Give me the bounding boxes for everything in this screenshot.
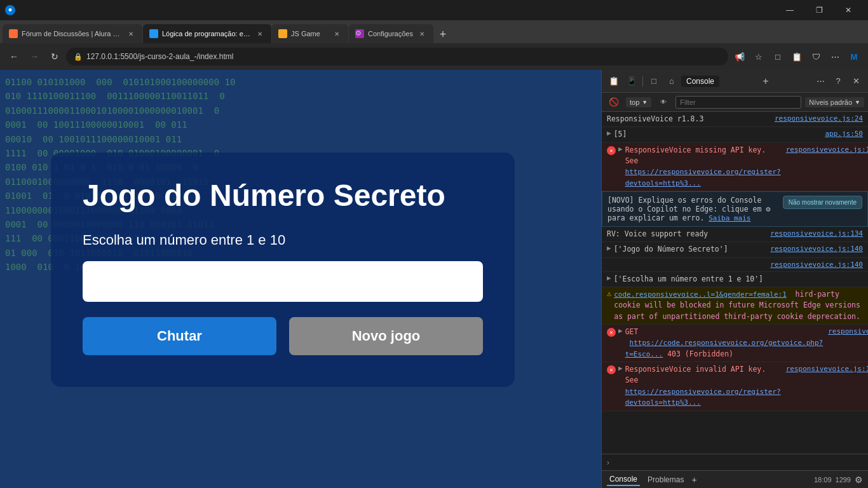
- get-error-link[interactable]: responsivevoice.js:153: [823, 327, 868, 336]
- tab-favicon-forum: [9, 29, 18, 38]
- jogo-link[interactable]: responsivevoice.js:140: [765, 244, 863, 253]
- copilot-saiba-mais-link[interactable]: Saiba mais: [709, 214, 750, 222]
- read-aloud-icon[interactable]: 📢: [731, 48, 749, 65]
- problems-bottom-tab[interactable]: Problemas: [645, 474, 686, 485]
- main-layout: 01100 010101000 000 010101000100000000 1…: [0, 70, 868, 488]
- rv-version-link[interactable]: responsivevoice.js:24: [770, 114, 863, 123]
- tab-close-jsgame[interactable]: ✕: [332, 29, 342, 39]
- expand-icon-missing-apikey[interactable]: ▶: [618, 145, 623, 153]
- error-icon-invalid: ✕: [607, 365, 616, 374]
- error-icon-get: ✕: [607, 328, 616, 337]
- nav-icons-right: 📢 ☆ □ 📋 🛡 ⋯ M: [731, 48, 863, 65]
- refresh-button[interactable]: ↻: [46, 48, 64, 65]
- edge-copilot-icon[interactable]: M: [845, 48, 863, 65]
- minimize-btn[interactable]: —: [775, 0, 804, 20]
- rv-version-text: ResponsiveVoice r1.8.3: [607, 114, 770, 125]
- voice-ready-link[interactable]: responsivevoice.js:134: [765, 229, 863, 238]
- copilot-text: [NOVO] Explique os erros do Console usan…: [607, 196, 778, 222]
- level-select[interactable]: Níveis padrão ▼: [805, 97, 864, 107]
- inspect-element-icon[interactable]: 📋: [606, 73, 622, 90]
- address-bar[interactable]: 🔒 127.0.0.1:5500/js-curso-2-aula_-/index…: [66, 48, 728, 65]
- back-button[interactable]: ←: [5, 48, 23, 65]
- favorites-icon[interactable]: ☆: [750, 48, 768, 65]
- console-prompt: ›: [607, 458, 609, 467]
- console-bottom-tab[interactable]: Console: [607, 473, 640, 486]
- collections-icon[interactable]: 📋: [788, 48, 806, 65]
- devtools-close-icon[interactable]: ✕: [848, 73, 864, 90]
- cookie-link[interactable]: code.responsivevoice..l=1&gender=female:…: [614, 290, 787, 299]
- tabs-bar: Fórum de Discussões | Alura - Cu... ✕ Ló…: [0, 20, 868, 43]
- context-value: top: [630, 98, 639, 106]
- invalid-apikey-link[interactable]: responsivevoice.js:152: [781, 364, 868, 373]
- missing-apikey-link[interactable]: responsivevoice.js:133: [781, 145, 868, 154]
- more-tools-icon[interactable]: ⋯: [826, 48, 844, 65]
- devtools-toolbar: 📋 📱 □ ⌂ Console + ⋯ ? ✕: [602, 70, 868, 93]
- home-icon[interactable]: ⌂: [663, 73, 680, 90]
- expand-icon-get[interactable]: ▶: [618, 327, 623, 335]
- guess-input[interactable]: [83, 261, 483, 302]
- new-game-button[interactable]: Novo jogo: [289, 317, 483, 355]
- tab-groups-icon[interactable]: □: [769, 48, 787, 65]
- tab-favicon-logica: [149, 29, 158, 38]
- tab-close-forum[interactable]: ✕: [126, 29, 136, 39]
- missing-apikey-text: ResponsiveVoice missing API key. See htt…: [625, 145, 781, 189]
- tab-forum[interactable]: Fórum de Discussões | Alura - Cu... ✕: [3, 24, 142, 43]
- tab-favicon-settings: ⚙: [355, 29, 364, 38]
- jogo-text: ['Jogo do Número Secreto']: [614, 244, 766, 255]
- add-tab-button[interactable]: +: [691, 475, 696, 485]
- devtools-panel: 📋 📱 □ ⌂ Console + ⋯ ? ✕ 🚫 top ▼ 👁 Níveis: [601, 70, 868, 488]
- forward-button[interactable]: →: [25, 48, 43, 65]
- expand-icon-jogo[interactable]: ▶: [607, 244, 611, 252]
- console-input-row: ›: [602, 454, 868, 470]
- add-panel-button[interactable]: +: [763, 76, 768, 87]
- console-entry-invalid-apikey: ✕ ▶ ResponsiveVoice invalid API key. See…: [602, 362, 868, 411]
- jogo2-link[interactable]: responsivevoice.js:140: [765, 260, 863, 269]
- console-entry-get-error: ✕ ▶ GET https://code.responsivevoice.org…: [602, 325, 868, 362]
- expand-icon-escolha[interactable]: ▶: [607, 274, 611, 282]
- filter-input[interactable]: [675, 96, 801, 109]
- warning-icon-cookie: ⚠: [607, 289, 611, 298]
- secure-icon: 🔒: [74, 53, 83, 61]
- error-icon-missing-apikey: ✕: [607, 146, 616, 155]
- devtools-bottom-bar: Console Problemas + 18:09 1299 ⚙: [602, 470, 868, 488]
- console-tab-active[interactable]: Console: [681, 76, 719, 87]
- expand-icon-array5[interactable]: ▶: [607, 129, 611, 137]
- guess-button[interactable]: Chutar: [83, 317, 276, 355]
- console-entry-voice-ready: RV: Voice support ready responsivevoice.…: [602, 227, 868, 242]
- close-btn[interactable]: ✕: [834, 0, 863, 20]
- tab-settings[interactable]: ⚙ Configurações ✕: [349, 24, 433, 43]
- new-tab-button[interactable]: +: [434, 25, 452, 43]
- browser-essentials-icon[interactable]: 🛡: [807, 48, 825, 65]
- elements-panel-icon[interactable]: □: [646, 73, 662, 90]
- copilot-dismiss-button[interactable]: Não mostrar novamente: [783, 196, 862, 209]
- console-input[interactable]: [612, 458, 863, 467]
- context-select[interactable]: top ▼: [626, 97, 651, 107]
- device-emulation-icon[interactable]: 📱: [623, 73, 640, 90]
- restore-btn[interactable]: ❐: [804, 0, 834, 20]
- console-entry-copilot: [NOVO] Explique os erros do Console usan…: [602, 191, 868, 227]
- devtools-time: 18:09: [814, 476, 832, 484]
- console-entry-array5: ▶ [5] app.js:50: [602, 127, 868, 142]
- tab-jsgame[interactable]: JS Game ✕: [272, 24, 348, 43]
- window-controls: — ❐ ✕: [775, 0, 863, 20]
- browser-chrome: — ❐ ✕ Fórum de Discussões | Alura - Cu..…: [0, 0, 868, 70]
- game-buttons: Chutar Novo jogo: [83, 317, 483, 355]
- tab-favicon-jsgame: [278, 29, 287, 38]
- tab-close-logica[interactable]: ✕: [255, 29, 265, 39]
- tab-logica[interactable]: Lógica de programação: explore... ✕: [143, 24, 271, 43]
- tab-close-settings[interactable]: ✕: [417, 29, 427, 39]
- nav-bar: ← → ↻ 🔒 127.0.0.1:5500/js-curso-2-aula_-…: [0, 43, 868, 70]
- context-dropdown-icon: ▼: [642, 99, 648, 105]
- help-icon[interactable]: ?: [830, 73, 846, 90]
- console-entry-cookie: ⚠ code.responsivevoice..l=1&gender=femal…: [602, 287, 868, 325]
- clear-console-icon[interactable]: 🚫: [606, 94, 622, 111]
- more-options-icon[interactable]: ⋯: [812, 73, 829, 90]
- expand-icon-invalid[interactable]: ▶: [618, 364, 623, 372]
- preserve-log-icon[interactable]: 👁: [655, 94, 672, 111]
- voice-ready-text: RV: Voice support ready: [607, 229, 765, 240]
- address-text: 127.0.0.1:5500/js-curso-2-aula_-/index.h…: [86, 52, 721, 61]
- array5-link[interactable]: app.js:50: [820, 129, 863, 138]
- tab-label-jsgame: JS Game: [291, 30, 320, 37]
- console-output: ResponsiveVoice r1.8.3 responsivevoice.j…: [602, 112, 868, 454]
- devtools-settings-icon[interactable]: ⚙: [855, 475, 863, 485]
